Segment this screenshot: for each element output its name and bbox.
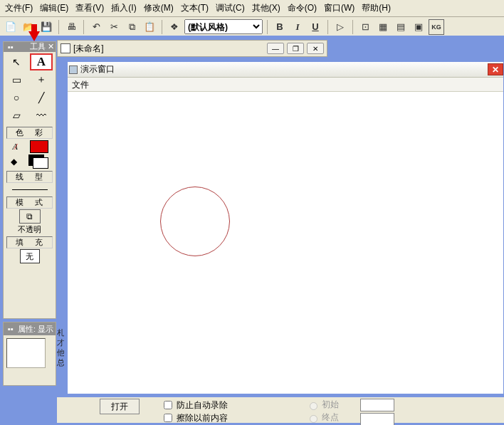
menu-other[interactable]: 其他(X) — [250, 1, 283, 15]
property-panel-title: ▪▪ 属性: 显示 — [4, 322, 56, 335]
toolbar-separator — [352, 20, 353, 34]
bottom-options-strip: 打开 防止自动录除 擦除以前内容 直接写屏 初始 终点 — [57, 397, 504, 423]
toolbar-separator — [162, 20, 162, 34]
toolbar-separator — [267, 20, 268, 34]
line-style-preview[interactable] — [12, 189, 48, 190]
window-icon — [69, 65, 78, 74]
main-toolbar: 📄 📂 💾 🖶 ↶ ✂ ⧉ 📋 ❖ (默认风格) B I U ▷ ⊡ ▦ ▤ ▣… — [0, 17, 504, 37]
paste-button[interactable]: 📋 — [142, 19, 157, 35]
grid3-button[interactable]: ▣ — [411, 19, 426, 35]
rectangle-tool[interactable]: ▭ — [5, 71, 28, 88]
menu-text[interactable]: 文本(T) — [179, 1, 211, 15]
open-file-button[interactable]: 打开 — [100, 399, 140, 414]
play-button[interactable]: ▷ — [332, 19, 348, 35]
clip-line: 才 — [57, 337, 64, 347]
chk-prevent-auto[interactable]: 防止自动录除 — [161, 399, 228, 411]
close-button[interactable]: ✕ — [307, 43, 324, 54]
demo-menu-file[interactable]: 文件 — [72, 80, 89, 90]
demo-canvas[interactable] — [68, 92, 503, 394]
radio-end[interactable]: 终点 — [306, 411, 339, 424]
clip-line: 他 — [57, 347, 64, 357]
demo-window: 演示窗口 ✕ 文件 — [67, 61, 504, 394]
document-title: [未命名] — [73, 43, 267, 55]
drawn-circle-shape — [160, 187, 230, 256]
copy-button[interactable]: ⧉ — [124, 19, 140, 35]
menu-file[interactable]: 文件(F) — [3, 1, 35, 15]
document-icon — [61, 43, 70, 53]
italic-button[interactable]: I — [290, 19, 305, 35]
text-color-tool[interactable]: A — [11, 142, 17, 152]
chk-erase-prev[interactable]: 擦除以前内容 — [161, 411, 228, 424]
line-tool[interactable]: ╱ — [30, 89, 53, 106]
grid2-button[interactable]: ▤ — [393, 19, 409, 35]
text-tool[interactable]: A — [30, 53, 53, 70]
mode-section-label: 模 式 — [6, 196, 53, 209]
foreground-swatch[interactable] — [30, 140, 48, 153]
clip-line: 札 — [57, 327, 64, 337]
annotation-arrow-icon — [28, 31, 40, 41]
color-section-label: 色 彩 — [6, 127, 53, 139]
menu-help[interactable]: 帮助(H) — [359, 1, 393, 15]
clipped-background-text: 札 才 他 总 — [57, 327, 64, 392]
mode-preview-icon[interactable]: ⧉ — [19, 209, 41, 224]
minimize-button[interactable]: — — [267, 43, 284, 54]
bold-button[interactable]: B — [272, 19, 288, 35]
underline-button[interactable]: U — [308, 19, 323, 35]
pointer-tool[interactable]: ↖ — [5, 53, 28, 70]
edge-input-2[interactable] — [360, 413, 394, 425]
undo-button[interactable]: ↶ — [88, 19, 104, 35]
menu-edit[interactable]: 编辑(E) — [38, 1, 70, 15]
line-section-label: 线 型 — [6, 171, 53, 183]
menu-view[interactable]: 查看(V) — [73, 1, 106, 15]
fill-section-label: 填 充 — [6, 236, 53, 248]
demo-window-titlebar[interactable]: 演示窗口 ✕ — [68, 62, 503, 78]
style-select[interactable]: (默认风格) — [184, 19, 263, 34]
edge-input-1[interactable] — [360, 399, 394, 411]
fill-none-button[interactable]: 无 — [20, 249, 40, 263]
crosshair-tool[interactable]: ＋ — [30, 71, 53, 88]
toolbar-separator — [58, 20, 59, 34]
radio-initial[interactable]: 初始 — [306, 399, 339, 411]
menu-window[interactable]: 窗口(W) — [322, 1, 357, 15]
curve-tool[interactable]: 〰 — [30, 107, 53, 124]
grid1-button[interactable]: ▦ — [375, 19, 391, 35]
toolbox-panel: ▪▪ 工具 ✕ ↖ A ▭ ＋ ○ ╱ ▱ 〰 色 彩 A ◆ 线 型 模 式 … — [3, 41, 56, 319]
target-button[interactable]: ⊡ — [357, 19, 373, 35]
demo-window-menubar: 文件 — [68, 78, 503, 92]
new-button[interactable]: 📄 — [3, 19, 19, 35]
menu-command[interactable]: 命令(O) — [285, 1, 319, 15]
bg-swatch-stack[interactable] — [28, 154, 48, 169]
menu-insert[interactable]: 插入(I) — [109, 1, 138, 15]
tool-grid: ↖ A ▭ ＋ ○ ╱ ▱ 〰 — [4, 52, 56, 125]
demo-window-title: 演示窗口 — [80, 63, 115, 75]
panel-grip-icon: ▪▪ — [5, 323, 16, 335]
property-panel: ▪▪ 属性: 显示 — [3, 322, 56, 386]
toolbox-title: ▪▪ 工具 ✕ — [4, 42, 56, 52]
demo-close-button[interactable]: ✕ — [488, 63, 503, 75]
toolbar-separator — [83, 20, 84, 34]
panel-grip-icon: ▪▪ — [5, 41, 16, 53]
mode-label: 不透明 — [4, 224, 56, 235]
menu-modify[interactable]: 修改(M) — [142, 1, 176, 15]
cut-button[interactable]: ✂ — [106, 19, 122, 35]
kg-button[interactable]: KG — [429, 19, 444, 35]
property-preview — [6, 338, 46, 368]
roundrect-tool[interactable]: ▱ — [5, 107, 28, 124]
clip-line: 总 — [57, 357, 64, 367]
maximize-button[interactable]: ❐ — [287, 43, 304, 54]
toolbox-title-text: 工具 ✕ — [30, 41, 54, 52]
toolbar-separator — [327, 20, 328, 34]
brush-button[interactable]: ❖ — [167, 19, 182, 35]
ellipse-tool[interactable]: ○ — [5, 89, 28, 106]
save-button[interactable]: 💾 — [38, 19, 54, 35]
menu-bar: 文件(F) 编辑(E) 查看(V) 插入(I) 修改(M) 文本(T) 调试(C… — [0, 0, 504, 17]
property-title-text: 属性: 显示 — [18, 324, 53, 335]
print-button[interactable]: 🖶 — [63, 19, 79, 35]
mdi-child-titlebar[interactable]: [未命名] — ❐ ✕ — [57, 40, 327, 57]
menu-debug[interactable]: 调试(C) — [214, 1, 247, 15]
fill-tool-icon[interactable]: ◆ — [11, 157, 17, 167]
